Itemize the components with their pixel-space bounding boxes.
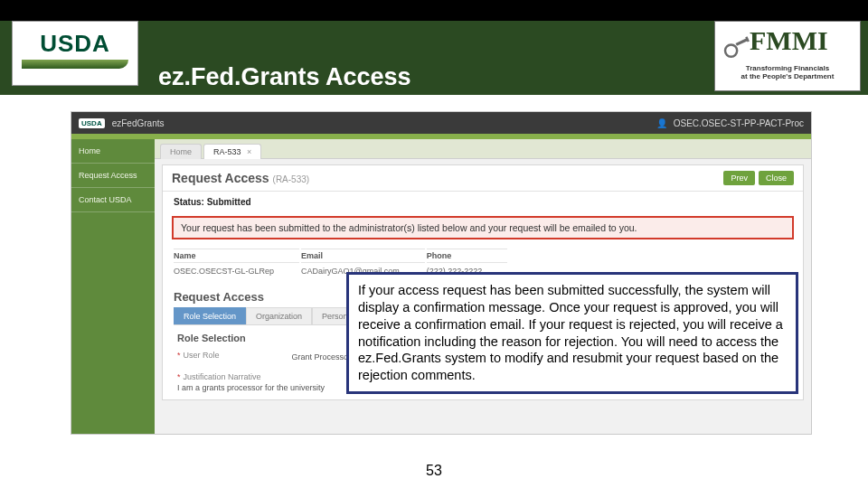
svg-rect-1: [736, 38, 748, 46]
panel-title-sub: (RA-533): [273, 174, 310, 184]
panel-title-text: Request Access: [172, 171, 269, 185]
status-label: Status:: [174, 197, 204, 207]
slide-content: USDA ezFedGrants 👤 OSEC.OSEC-ST-PP-PACT-…: [0, 95, 868, 488]
tab-ra-533-label: RA-533: [213, 147, 241, 156]
app-sidebar: Home Request Access Contact USDA: [71, 139, 155, 434]
sidebar-item-request-access[interactable]: Request Access: [71, 164, 155, 188]
col-phone: Phone: [427, 249, 508, 263]
subtab-role-selection[interactable]: Role Selection: [174, 307, 246, 324]
app-brand: ezFedGrants: [112, 118, 165, 128]
fmmi-tagline-2: at the People's Department: [721, 73, 854, 81]
slide-title: ez.Fed.Grants Access: [158, 63, 411, 91]
mini-usda-badge: USDA: [79, 118, 105, 128]
status-line: Status: Submitted: [163, 192, 803, 212]
usda-logo-text: USDA: [22, 30, 128, 58]
callout-box: If your access request has been submitte…: [346, 272, 798, 394]
fmmi-logo-text: FMMI: [750, 25, 828, 56]
app-user-name: OSEC.OSEC-ST-PP-PACT-Proc: [674, 118, 804, 128]
usda-logo: USDA: [12, 21, 138, 86]
status-value: Submitted: [207, 197, 251, 207]
app-topbar: USDA ezFedGrants 👤 OSEC.OSEC-ST-PP-PACT-…: [71, 112, 811, 134]
header-dark-band: [0, 0, 868, 21]
cell-name: OSEC.OSECST-GL-GLRep: [174, 265, 299, 277]
fmmi-logo: FMMI Transforming Financials at the Peop…: [714, 21, 861, 91]
close-button[interactable]: Close: [759, 171, 794, 185]
slide-header: USDA ez.Fed.Grants Access FMMI Transform…: [0, 0, 868, 95]
tab-ra-533[interactable]: RA-533 ×: [203, 144, 261, 159]
app-user-label[interactable]: 👤 OSEC.OSEC-ST-PP-PACT-Proc: [656, 118, 804, 128]
justification-label-text: Justification Narrative: [184, 372, 261, 381]
tab-home[interactable]: Home: [160, 144, 202, 159]
sidebar-item-contact-usda[interactable]: Contact USDA: [71, 188, 155, 212]
col-email: Email: [301, 249, 425, 263]
close-icon[interactable]: ×: [247, 147, 251, 156]
panel-title: Request Access (RA-533): [172, 171, 309, 185]
panel-header: Request Access (RA-533) Prev Close: [163, 165, 803, 192]
col-name: Name: [174, 249, 299, 263]
user-icon: 👤: [656, 118, 667, 128]
sidebar-item-home[interactable]: Home: [71, 139, 155, 164]
usda-logo-swoosh: [22, 60, 128, 69]
page-number: 53: [0, 463, 868, 479]
user-role-value: Grant Processor: [292, 352, 352, 361]
prev-button[interactable]: Prev: [723, 171, 755, 185]
tab-home-label: Home: [170, 147, 192, 156]
user-role-label: *User Role: [177, 351, 220, 360]
tabstrip: Home RA-533 ×: [155, 139, 811, 159]
submit-alert: Your request has been submitted to the a…: [172, 216, 794, 239]
svg-point-0: [725, 45, 737, 57]
subtab-organization[interactable]: Organization: [246, 307, 312, 324]
user-role-label-text: User Role: [184, 351, 220, 360]
key-icon: [722, 34, 753, 60]
